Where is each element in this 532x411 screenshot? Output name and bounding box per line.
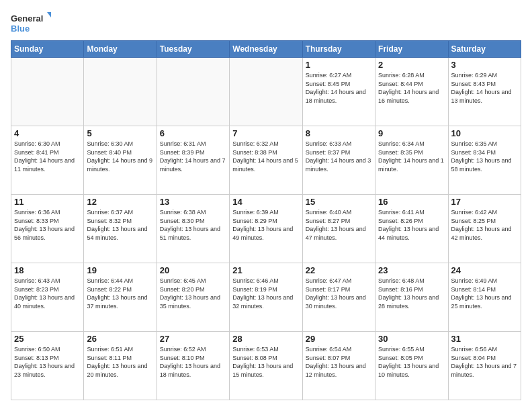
calendar-cell: 8Sunrise: 6:33 AM Sunset: 8:37 PM Daylig… <box>302 126 375 195</box>
calendar-cell: 13Sunrise: 6:38 AM Sunset: 8:30 PM Dayli… <box>157 195 229 263</box>
cell-info: Sunrise: 6:50 AM Sunset: 8:13 PM Dayligh… <box>14 345 81 379</box>
calendar-cell: 10Sunrise: 6:35 AM Sunset: 8:34 PM Dayli… <box>448 126 521 195</box>
calendar-week: 25Sunrise: 6:50 AM Sunset: 8:13 PM Dayli… <box>11 332 521 400</box>
cell-info: Sunrise: 6:48 AM Sunset: 8:16 PM Dayligh… <box>378 277 445 310</box>
calendar-cell: 6Sunrise: 6:31 AM Sunset: 8:39 PM Daylig… <box>157 126 229 195</box>
day-number: 21 <box>232 265 299 275</box>
calendar-cell: 28Sunrise: 6:53 AM Sunset: 8:08 PM Dayli… <box>230 332 302 400</box>
cell-info: Sunrise: 6:41 AM Sunset: 8:26 PM Dayligh… <box>378 208 445 242</box>
calendar-cell: 30Sunrise: 6:55 AM Sunset: 8:05 PM Dayli… <box>375 332 448 400</box>
cell-info: Sunrise: 6:54 AM Sunset: 8:07 PM Dayligh… <box>306 345 372 379</box>
cell-info: Sunrise: 6:31 AM Sunset: 8:39 PM Dayligh… <box>160 140 226 173</box>
calendar-table: SundayMondayTuesdayWednesdayThursdayFrid… <box>11 40 521 400</box>
day-number: 14 <box>232 197 299 207</box>
cell-info: Sunrise: 6:29 AM Sunset: 8:43 PM Dayligh… <box>451 71 518 105</box>
day-number: 28 <box>232 334 299 344</box>
calendar-week: 11Sunrise: 6:36 AM Sunset: 8:33 PM Dayli… <box>11 195 521 263</box>
day-header: Thursday <box>302 41 375 58</box>
calendar-week: 4Sunrise: 6:30 AM Sunset: 8:41 PM Daylig… <box>11 126 521 195</box>
calendar-cell: 26Sunrise: 6:51 AM Sunset: 8:11 PM Dayli… <box>84 332 157 400</box>
calendar-week: 18Sunrise: 6:43 AM Sunset: 8:23 PM Dayli… <box>11 263 521 332</box>
day-header: Sunday <box>11 41 84 58</box>
svg-text:Blue: Blue <box>11 24 30 34</box>
calendar-cell: 20Sunrise: 6:45 AM Sunset: 8:20 PM Dayli… <box>157 263 229 332</box>
page: General Blue SundayMondayTuesdayWednesda… <box>0 0 532 411</box>
cell-info: Sunrise: 6:35 AM Sunset: 8:34 PM Dayligh… <box>451 140 518 173</box>
cell-info: Sunrise: 6:30 AM Sunset: 8:41 PM Dayligh… <box>14 140 81 173</box>
day-number: 18 <box>14 265 81 275</box>
day-number: 22 <box>306 265 372 275</box>
day-number: 19 <box>87 265 153 275</box>
calendar-cell: 7Sunrise: 6:32 AM Sunset: 8:38 PM Daylig… <box>230 126 302 195</box>
day-number: 24 <box>451 265 518 275</box>
day-number: 9 <box>378 128 445 138</box>
cell-info: Sunrise: 6:46 AM Sunset: 8:19 PM Dayligh… <box>232 277 299 310</box>
day-number: 30 <box>378 334 445 344</box>
day-number: 20 <box>160 265 226 275</box>
calendar-cell: 15Sunrise: 6:40 AM Sunset: 8:27 PM Dayli… <box>302 195 375 263</box>
day-number: 7 <box>232 128 299 138</box>
day-number: 2 <box>378 60 445 70</box>
day-number: 27 <box>160 334 226 344</box>
cell-info: Sunrise: 6:43 AM Sunset: 8:23 PM Dayligh… <box>14 277 81 310</box>
day-number: 25 <box>14 334 81 344</box>
calendar-cell: 22Sunrise: 6:47 AM Sunset: 8:17 PM Dayli… <box>302 263 375 332</box>
cell-info: Sunrise: 6:32 AM Sunset: 8:38 PM Dayligh… <box>232 140 299 173</box>
cell-info: Sunrise: 6:28 AM Sunset: 8:44 PM Dayligh… <box>378 71 445 105</box>
svg-marker-2 <box>47 12 51 17</box>
calendar-cell <box>157 58 229 126</box>
cell-info: Sunrise: 6:38 AM Sunset: 8:30 PM Dayligh… <box>160 208 226 242</box>
header: General Blue <box>11 11 521 35</box>
cell-info: Sunrise: 6:55 AM Sunset: 8:05 PM Dayligh… <box>378 345 445 379</box>
calendar-cell: 1Sunrise: 6:27 AM Sunset: 8:45 PM Daylig… <box>302 58 375 126</box>
day-number: 17 <box>451 197 518 207</box>
calendar-cell: 16Sunrise: 6:41 AM Sunset: 8:26 PM Dayli… <box>375 195 448 263</box>
day-number: 4 <box>14 128 81 138</box>
calendar-week: 1Sunrise: 6:27 AM Sunset: 8:45 PM Daylig… <box>11 58 521 126</box>
day-header: Monday <box>84 41 157 58</box>
logo-svg: General Blue <box>11 11 51 35</box>
cell-info: Sunrise: 6:30 AM Sunset: 8:40 PM Dayligh… <box>87 140 153 173</box>
calendar-cell: 27Sunrise: 6:52 AM Sunset: 8:10 PM Dayli… <box>157 332 229 400</box>
cell-info: Sunrise: 6:34 AM Sunset: 8:35 PM Dayligh… <box>378 140 445 173</box>
calendar-cell: 17Sunrise: 6:42 AM Sunset: 8:25 PM Dayli… <box>448 195 521 263</box>
cell-info: Sunrise: 6:53 AM Sunset: 8:08 PM Dayligh… <box>232 345 299 379</box>
day-header: Saturday <box>448 41 521 58</box>
day-number: 31 <box>451 334 518 344</box>
calendar-cell: 11Sunrise: 6:36 AM Sunset: 8:33 PM Dayli… <box>11 195 84 263</box>
calendar-cell: 18Sunrise: 6:43 AM Sunset: 8:23 PM Dayli… <box>11 263 84 332</box>
day-number: 23 <box>378 265 445 275</box>
cell-info: Sunrise: 6:52 AM Sunset: 8:10 PM Dayligh… <box>160 345 226 379</box>
cell-info: Sunrise: 6:47 AM Sunset: 8:17 PM Dayligh… <box>306 277 372 310</box>
day-number: 10 <box>451 128 518 138</box>
cell-info: Sunrise: 6:27 AM Sunset: 8:45 PM Dayligh… <box>306 71 372 105</box>
cell-info: Sunrise: 6:51 AM Sunset: 8:11 PM Dayligh… <box>87 345 153 379</box>
calendar-cell: 25Sunrise: 6:50 AM Sunset: 8:13 PM Dayli… <box>11 332 84 400</box>
day-number: 26 <box>87 334 153 344</box>
day-number: 3 <box>451 60 518 70</box>
logo: General Blue <box>11 11 51 35</box>
cell-info: Sunrise: 6:49 AM Sunset: 8:14 PM Dayligh… <box>451 277 518 310</box>
calendar-cell <box>84 58 157 126</box>
day-number: 15 <box>306 197 372 207</box>
day-header: Tuesday <box>157 41 229 58</box>
calendar-cell <box>230 58 302 126</box>
calendar-cell: 12Sunrise: 6:37 AM Sunset: 8:32 PM Dayli… <box>84 195 157 263</box>
calendar-cell: 23Sunrise: 6:48 AM Sunset: 8:16 PM Dayli… <box>375 263 448 332</box>
svg-text:General: General <box>11 13 43 24</box>
calendar-cell <box>11 58 84 126</box>
cell-info: Sunrise: 6:44 AM Sunset: 8:22 PM Dayligh… <box>87 277 153 310</box>
calendar-cell: 31Sunrise: 6:56 AM Sunset: 8:04 PM Dayli… <box>448 332 521 400</box>
calendar-cell: 29Sunrise: 6:54 AM Sunset: 8:07 PM Dayli… <box>302 332 375 400</box>
calendar-cell: 5Sunrise: 6:30 AM Sunset: 8:40 PM Daylig… <box>84 126 157 195</box>
cell-info: Sunrise: 6:56 AM Sunset: 8:04 PM Dayligh… <box>451 345 518 379</box>
day-number: 8 <box>306 128 372 138</box>
cell-info: Sunrise: 6:36 AM Sunset: 8:33 PM Dayligh… <box>14 208 81 242</box>
cell-info: Sunrise: 6:40 AM Sunset: 8:27 PM Dayligh… <box>306 208 372 242</box>
day-number: 12 <box>87 197 153 207</box>
cell-info: Sunrise: 6:37 AM Sunset: 8:32 PM Dayligh… <box>87 208 153 242</box>
calendar-cell: 24Sunrise: 6:49 AM Sunset: 8:14 PM Dayli… <box>448 263 521 332</box>
day-header: Wednesday <box>230 41 302 58</box>
calendar-cell: 4Sunrise: 6:30 AM Sunset: 8:41 PM Daylig… <box>11 126 84 195</box>
calendar-cell: 9Sunrise: 6:34 AM Sunset: 8:35 PM Daylig… <box>375 126 448 195</box>
